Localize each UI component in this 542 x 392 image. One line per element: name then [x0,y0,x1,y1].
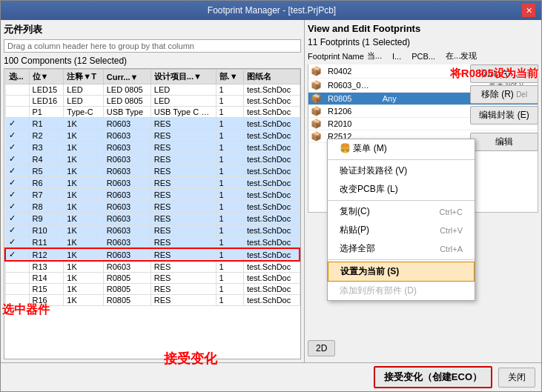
close-button[interactable]: 关闭 [498,368,535,388]
btn-2d[interactable]: 2D [308,340,335,356]
col-select[interactable]: 选... [5,70,29,84]
table-cell: RES [151,284,216,295]
ctx-copy-label: 复制(C) [340,205,370,218]
edit-right-button[interactable]: 编辑 [470,133,538,151]
table-row[interactable]: ✓R71KR0603RES1test.SchDoc [5,189,300,201]
table-cell: 1 [216,225,243,236]
table-row[interactable]: R151KR0805RES1test.SchDoc [5,284,300,295]
table-cell: 1K [64,213,103,225]
table-cell: test.SchDoc [243,118,300,130]
table-row[interactable]: ✓R31KR0603RES1test.SchDoc [5,142,300,153]
table-row[interactable]: ✓R111KR0603RES1test.SchDoc [5,236,300,249]
table-row[interactable]: ✓R51KR0603RES1test.SchDoc [5,165,300,177]
fp-ins [377,70,430,72]
table-cell: RES [151,165,216,177]
table-row[interactable]: ✓R91KR0603RES1test.SchDoc [5,213,300,225]
accept-changes-button[interactable]: 接受变化（创建ECO） [374,366,492,388]
table-cell: RES [151,295,216,306]
table-cell: RES [151,225,216,236]
edit-footprint-button[interactable]: 编辑封装 (E) [470,106,538,124]
main-content: 元件列表 Drag a column header here to group … [1,20,541,362]
fp-count: 11 Footprints (1 Selected) [308,37,538,47]
annotation-select: 选中器件 [2,302,50,318]
table-cell: 1 [216,189,243,201]
ctx-copy[interactable]: 复制(C) Ctrl+C [328,202,475,221]
ctx-sep3 [328,259,475,260]
table-cell: R3 [29,142,64,153]
bottom-bar: 接受变化 接受变化（创建ECO） 关闭 [1,362,541,391]
left-panel: 元件列表 Drag a column header here to group … [1,20,305,362]
table-cell: test.SchDoc [243,236,300,249]
table-cell: R0603 [103,130,151,142]
table-row[interactable]: ✓R41KR0603RES1test.SchDoc [5,153,300,165]
table-cell: R0603 [103,225,151,236]
col-part[interactable]: 部.▼ [216,70,243,84]
table-cell: test.SchDoc [243,130,300,142]
table-cell: ✓ [5,142,29,153]
table-cell: R0603 [103,248,151,261]
col-sheet[interactable]: 图纸名 [243,70,300,84]
ctx-select-all[interactable]: 选择全部 Ctrl+A [328,239,475,258]
table-cell: R0603 [103,118,151,130]
table-row[interactable]: ✓R21KR0603RES1test.SchDoc [5,130,300,142]
table-cell: R0603 [103,177,151,189]
table-cell: test.SchDoc [243,201,300,213]
table-row[interactable]: ✓R11KR0603RES1test.SchDoc [5,118,300,130]
ctx-add-all[interactable]: 添加到所有部件 (D) [328,282,475,300]
col-pos[interactable]: 位▼ [29,70,64,84]
table-cell: Type-C [64,107,103,118]
table-cell: RES [151,248,216,261]
table-cell: 1K [64,177,103,189]
table-cell: R0805 [103,273,151,284]
table-cell: test.SchDoc [243,213,300,225]
table-cell: 1K [64,189,103,201]
table-cell: ✓ [5,130,29,142]
table-cell: test.SchDoc [243,295,300,306]
table-cell: 1K [64,261,103,273]
table-cell: R9 [29,213,64,225]
ctx-copy-shortcut: Ctrl+C [440,207,463,216]
ctx-verify-path[interactable]: 验证封装路径 (V) [328,162,475,180]
table-row[interactable]: ✓R61KR0603RES1test.SchDoc [5,177,300,189]
table-cell: test.SchDoc [243,273,300,284]
table-cell: test.SchDoc [243,165,300,177]
component-table: 选... 位▼ 注释▼T Curr...▼ 设计项目...▼ 部.▼ 图纸名 L… [4,69,300,306]
table-cell: LED [64,84,103,96]
fp-name: R2010 [323,119,377,129]
close-window-button[interactable]: ✕ [522,4,535,17]
table-cell: RES [151,177,216,189]
ctx-set-current[interactable]: 设置为当前 (S) [328,262,475,282]
ctx-paste-shortcut: Ctrl+V [440,226,463,235]
fp-name: R0402 [323,66,377,76]
ctx-paste[interactable]: 粘贴(P) Ctrl+V [328,221,475,239]
table-cell: ✓ [5,177,29,189]
table-cell: LED [151,96,216,107]
remove-button[interactable]: 移除 (R) Del [470,85,538,104]
table-row[interactable]: R131KR0603RES1test.SchDoc [5,261,300,273]
col-curr[interactable]: Curr...▼ [103,70,151,84]
table-cell: 1 [216,273,243,284]
component-count: 100 Components (12 Selected) [4,56,301,66]
context-menu: 🍔 菜单 (M) 验证封装路径 (V) 改变PCB库 (L) 复制(C) Ctr… [327,139,475,301]
table-cell: USB Type [103,107,151,118]
table-row[interactable]: LED16LEDLED 0805LED1test.SchDoc [5,96,300,107]
table-cell: ✓ [5,213,29,225]
table-cell [5,284,29,295]
table-cell: R10 [29,225,64,236]
table-row[interactable]: P1Type-CUSB TypeUSB Type C Pow1test.SchD… [5,107,300,118]
ctx-menu-button[interactable]: 🍔 菜单 (M) [328,139,475,158]
table-row[interactable]: ✓R121KR0603RES1test.SchDoc [5,248,300,261]
table-row[interactable]: ✓R101KR0603RES1test.SchDoc [5,225,300,236]
table-row[interactable]: ✓R81KR0603RES1test.SchDoc [5,201,300,213]
ctx-change-lib-label: 改变PCB库 (L) [340,183,398,196]
ctx-change-lib[interactable]: 改变PCB库 (L) [328,180,475,199]
table-row[interactable]: LED15LEDLED 0805LED1test.SchDoc [5,84,300,96]
table-row[interactable]: R141KR0805RES1test.SchDoc [5,273,300,284]
ctx-add-all-label: 添加到所有部件 (D) [340,285,417,297]
table-cell: test.SchDoc [243,248,300,261]
table-cell: 1 [216,284,243,295]
col-ref[interactable]: 注释▼T [64,70,103,84]
right-panel: View and Edit Footprints 11 Footprints (… [305,20,541,362]
table-cell: 1K [64,284,103,295]
col-design[interactable]: 设计项目...▼ [151,70,216,84]
